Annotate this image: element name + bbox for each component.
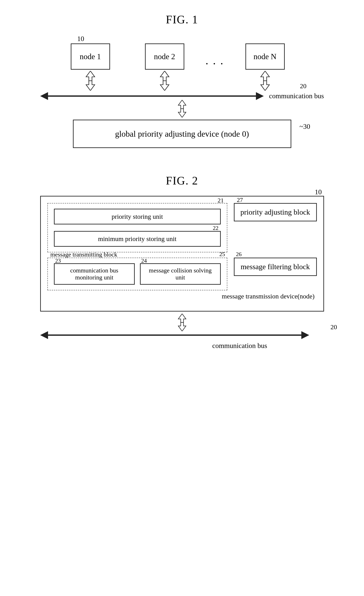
- node1-arrow: [84, 71, 97, 91]
- page: FIG. 1 10 node 1: [0, 0, 364, 363]
- node2-col: node 2: [141, 44, 189, 92]
- fig2-center-arrow: [176, 314, 189, 331]
- fig2-outer-box: 21 priority storing unit 22 minimum prio…: [40, 196, 324, 312]
- fig2: FIG. 2 10 21 priority storing unit: [0, 174, 364, 350]
- bus-arrow-left: [40, 92, 48, 100]
- nodeN-box: node N: [245, 44, 285, 70]
- fig1-dots: · · ·: [202, 51, 228, 92]
- fig2-title: FIG. 2: [166, 174, 198, 187]
- min-priority-storing-unit-box: minimum priority storing unit: [54, 231, 221, 247]
- fig1-label-20-inline: 20: [300, 82, 307, 90]
- center-arrow-ud: [176, 100, 189, 118]
- fig1-global-row: global priority adjusting device (node 0…: [73, 118, 291, 148]
- min-priority-storing-wrapper: 22 minimum priority storing unit: [54, 231, 221, 247]
- nodeN-arrow: [259, 71, 272, 91]
- global-box: global priority adjusting device (node 0…: [73, 120, 291, 148]
- fig1-nodes-section: 10 node 1: [40, 35, 324, 148]
- msg-filtering-block-box: message filtering block: [234, 258, 317, 276]
- fig2-bus-line: [48, 335, 301, 336]
- node2-box: node 2: [145, 44, 184, 70]
- fig1-label-30: ~30: [299, 122, 310, 131]
- fig2-msg-transmit-label: message transmitting block: [51, 251, 117, 258]
- fig1-label-10: 10: [77, 35, 84, 43]
- bus-arrow-right: [256, 92, 264, 100]
- fig1-center-section: global priority adjusting device (node 0…: [40, 100, 324, 148]
- fig2-bus-section: 20 communication bus: [40, 314, 324, 350]
- fig2-label-26: 26: [236, 251, 242, 258]
- fig2-top-row: 21 priority storing unit 22 minimum prio…: [47, 203, 317, 252]
- fig2-label-10: 10: [315, 188, 322, 196]
- fig2-label-20: 20: [331, 323, 337, 331]
- fig2-label-21: 21: [218, 197, 224, 204]
- fig2-bus-arrow-right: [301, 331, 309, 339]
- fig2-bus-row: 20: [40, 331, 324, 339]
- comm-bus-monitoring-wrapper: 23 communication bus monitoring unit: [54, 263, 135, 285]
- priority-adjusting-wrapper: 27 priority adjusting block: [234, 203, 317, 252]
- fig2-bottom-dashed: 23 communication bus monitoring unit 24 …: [47, 258, 227, 290]
- svg-marker-8: [178, 314, 186, 322]
- fig2-left-dashed: 21 priority storing unit 22 minimum prio…: [47, 203, 227, 252]
- svg-marker-3: [160, 81, 169, 91]
- priority-storing-unit-box: priority storing unit: [54, 209, 221, 224]
- priority-adjusting-block-box: priority adjusting block: [234, 203, 317, 221]
- svg-marker-4: [261, 71, 269, 81]
- svg-marker-9: [178, 322, 186, 331]
- fig2-bus-arrow-left: [40, 331, 48, 339]
- bus-line: [48, 95, 256, 97]
- fig2-label-27: 27: [237, 196, 243, 203]
- msg-transmitting-wrapper: 25 message transmitting block 23 communi…: [47, 258, 227, 290]
- node1-col: node 1: [66, 44, 114, 92]
- msg-filtering-wrapper: 26 message filtering block: [234, 258, 317, 290]
- comm-bus-monitoring-unit-box: communication bus monitoring unit: [54, 263, 135, 285]
- svg-marker-7: [178, 109, 186, 118]
- svg-marker-0: [86, 71, 95, 81]
- svg-marker-6: [178, 100, 186, 109]
- node2-arrow: [158, 71, 171, 91]
- fig1: FIG. 1 10 node 1: [0, 13, 364, 148]
- msg-collision-wrapper: 24 message collision solving unit: [140, 263, 221, 285]
- fig1-bus-row: communication bus: [40, 92, 324, 100]
- priority-storing-wrapper: priority storing unit: [54, 209, 221, 224]
- fig2-bus-label: communication bus: [212, 342, 267, 350]
- fig1-bus-label: communication bus: [269, 92, 324, 100]
- fig2-label-22: 22: [213, 225, 219, 231]
- svg-marker-1: [86, 81, 95, 91]
- node1-box: node 1: [71, 44, 110, 70]
- svg-marker-5: [261, 81, 269, 91]
- fig1-title: FIG. 1: [166, 13, 198, 26]
- fig2-footer-label: message transmission device(node): [47, 290, 317, 300]
- fig2-label-25: 25: [219, 251, 225, 258]
- nodeN-col: node N: [241, 44, 289, 92]
- fig2-bottom-row: 25 message transmitting block 23 communi…: [47, 258, 317, 290]
- fig2-outer-wrapper: 10 21 priority storing unit: [40, 196, 324, 312]
- msg-collision-solving-unit-box: message collision solving unit: [140, 263, 221, 285]
- svg-marker-2: [160, 71, 169, 81]
